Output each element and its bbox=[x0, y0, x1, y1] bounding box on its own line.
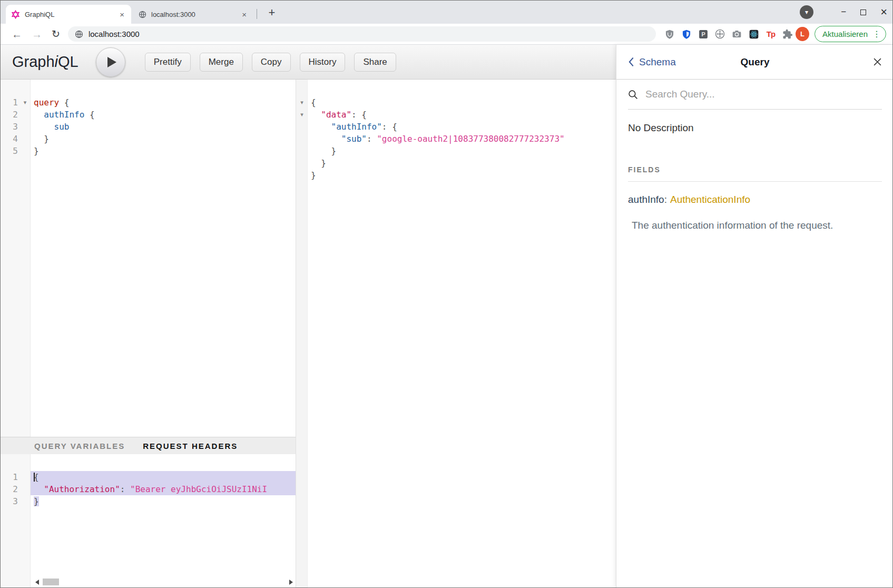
address-bar-url: localhost:3000 bbox=[89, 30, 140, 38]
code-line: } bbox=[296, 145, 616, 157]
doc-back-link[interactable]: Schema bbox=[628, 56, 676, 68]
code-text: } bbox=[31, 145, 296, 157]
globe-icon bbox=[75, 30, 83, 38]
request-headers-editor[interactable]: 1{2 "Authorization": "Bearer eyJhbGciOiJ… bbox=[1, 454, 296, 587]
ublock-shield-icon[interactable] bbox=[664, 28, 675, 40]
editor-gutter bbox=[296, 121, 308, 133]
line-number: 1 bbox=[1, 471, 19, 483]
editor-column: 1▾query {2 authInfo {3 sub4 }5} QUERY VA… bbox=[1, 80, 296, 587]
field-type-link[interactable]: AuthenticationInfo bbox=[670, 194, 750, 205]
code-text: } bbox=[31, 495, 296, 507]
code-line: 4 } bbox=[1, 133, 296, 145]
tab-query-variables[interactable]: QUERY VARIABLES bbox=[34, 442, 125, 450]
overflow-menu-icon[interactable]: ⋮ bbox=[872, 29, 881, 39]
code-line: } bbox=[296, 169, 616, 181]
scrollbar-thumb[interactable] bbox=[43, 579, 59, 585]
editor-gutter: 5 bbox=[1, 145, 31, 157]
react-devtools-icon[interactable] bbox=[748, 28, 760, 40]
tab-title: GraphiQL bbox=[25, 11, 118, 18]
tp-extension-icon[interactable]: Tp bbox=[765, 28, 777, 40]
field-description: The authentication information of the re… bbox=[628, 220, 882, 231]
browser-tab-graphiql[interactable]: GraphiQL × bbox=[6, 5, 131, 24]
code-line: "authInfo": { bbox=[296, 121, 616, 133]
code-text: } bbox=[308, 145, 616, 157]
bitwarden-shield-icon[interactable] bbox=[681, 28, 692, 40]
maximize-button[interactable] bbox=[860, 9, 866, 15]
editor-gutter: 2 bbox=[1, 109, 31, 121]
close-icon bbox=[873, 57, 882, 66]
close-window-button[interactable]: × bbox=[880, 5, 887, 19]
fold-arrow-icon bbox=[19, 109, 31, 121]
browser-tab-localhost[interactable]: localhost:3000 × bbox=[133, 5, 253, 24]
camera-icon[interactable] bbox=[731, 28, 743, 40]
forward-button[interactable]: → bbox=[32, 29, 42, 40]
back-button[interactable]: ← bbox=[12, 29, 22, 40]
merge-button[interactable]: Merge bbox=[200, 53, 243, 72]
extensions-puzzle-icon[interactable] bbox=[782, 28, 793, 40]
editor-gutter bbox=[296, 133, 308, 145]
tab-close-icon[interactable]: × bbox=[118, 11, 126, 18]
line-number: 5 bbox=[1, 145, 19, 157]
editor-gutter: 3 bbox=[1, 495, 31, 507]
prettify-button[interactable]: Prettify bbox=[145, 53, 191, 72]
address-bar[interactable]: localhost:3000 bbox=[68, 26, 656, 42]
fold-arrow-icon bbox=[296, 121, 308, 133]
tab-title: localhost:3000 bbox=[151, 11, 240, 18]
copy-button[interactable]: Copy bbox=[252, 53, 291, 72]
fold-arrow-icon[interactable]: ▾ bbox=[296, 96, 308, 109]
code-line: 1▾query { bbox=[1, 96, 296, 109]
code-line: 3 sub bbox=[1, 121, 296, 133]
secondary-editor-tabbar: QUERY VARIABLES REQUEST HEADERS bbox=[1, 437, 296, 454]
move-crosshair-icon[interactable] bbox=[714, 28, 726, 40]
scroll-right-arrow-icon[interactable] bbox=[289, 580, 293, 585]
history-button[interactable]: History bbox=[300, 53, 346, 72]
p-badge-letter: P bbox=[701, 31, 705, 37]
browser-window: GraphiQL × localhost:3000 × + ▾ − × ← → … bbox=[0, 0, 893, 588]
fold-arrow-icon bbox=[19, 145, 31, 157]
execute-query-button[interactable] bbox=[96, 47, 125, 77]
tab-request-headers[interactable]: REQUEST HEADERS bbox=[143, 442, 238, 450]
doc-back-label: Schema bbox=[639, 56, 676, 68]
fold-arrow-icon bbox=[296, 133, 308, 145]
play-icon bbox=[107, 57, 116, 67]
doc-search-input[interactable] bbox=[644, 88, 882, 101]
code-line: ▾ "data": { bbox=[296, 109, 616, 121]
tab-search-button[interactable]: ▾ bbox=[800, 5, 813, 19]
fold-arrow-icon[interactable]: ▾ bbox=[19, 96, 31, 109]
code-text: authInfo { bbox=[31, 109, 296, 121]
code-line: } bbox=[296, 157, 616, 169]
scroll-left-arrow-icon[interactable] bbox=[35, 580, 39, 585]
code-text: "authInfo": { bbox=[308, 121, 616, 133]
field-separator: : bbox=[664, 194, 667, 205]
new-tab-button[interactable]: + bbox=[264, 5, 280, 21]
query-editor[interactable]: 1▾query {2 authInfo {3 sub4 }5} bbox=[1, 80, 296, 437]
minimize-button[interactable]: − bbox=[841, 7, 846, 17]
fold-arrow-icon bbox=[19, 471, 31, 483]
fold-arrow-icon bbox=[19, 121, 31, 133]
type-description: No Description bbox=[628, 122, 882, 134]
result-viewer[interactable]: ▾{▾ "data": { "authInfo": { "sub": "goog… bbox=[296, 80, 616, 587]
fold-arrow-icon[interactable]: ▾ bbox=[296, 109, 308, 121]
tp-badge-text: Tp bbox=[767, 30, 775, 38]
graphiql-logo: GraphiQL bbox=[12, 53, 78, 71]
tab-close-icon[interactable]: × bbox=[240, 11, 248, 18]
editor-gutter bbox=[296, 145, 308, 157]
editor-gutter: 4 bbox=[1, 133, 31, 145]
reload-button[interactable]: ↻ bbox=[52, 29, 60, 39]
p-extension-icon[interactable]: P bbox=[698, 28, 709, 40]
doc-explorer-body: No Description FIELDS authInfo:Authentic… bbox=[616, 110, 893, 231]
doc-close-button[interactable] bbox=[873, 57, 882, 66]
editor-gutter: 2 bbox=[1, 483, 31, 495]
browser-toolbar: ← → ↻ localhost:3000 P bbox=[1, 24, 892, 45]
share-button[interactable]: Share bbox=[354, 53, 396, 72]
code-text: { bbox=[308, 96, 616, 109]
field-name-link[interactable]: authInfo bbox=[628, 194, 664, 205]
profile-avatar[interactable]: L bbox=[796, 27, 809, 41]
doc-explorer-panel: Schema Query No Description FIELDS bbox=[616, 45, 893, 587]
browser-update-button[interactable]: Aktualisieren ⋮ bbox=[815, 26, 886, 42]
line-number: 1 bbox=[1, 96, 19, 109]
code-line: "sub": "google-oauth2|108377380082777232… bbox=[296, 133, 616, 145]
horizontal-scrollbar[interactable] bbox=[34, 579, 294, 586]
update-button-label: Aktualisieren bbox=[822, 30, 868, 38]
graphiql-topbar: GraphiQL Prettify Merge Copy History Sha… bbox=[1, 45, 616, 80]
